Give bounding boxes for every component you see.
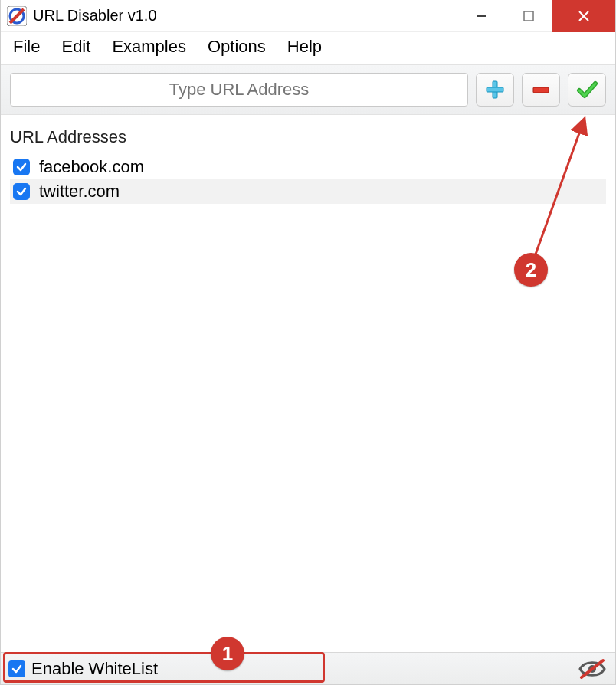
maximize-button[interactable]: [505, 0, 552, 32]
list-item[interactable]: facebook.com: [10, 155, 606, 179]
check-icon: [576, 79, 598, 100]
list-item[interactable]: twitter.com: [10, 179, 606, 204]
svg-rect-8: [487, 87, 503, 92]
url-checkbox[interactable]: [13, 183, 30, 200]
list-header: URL Addresses: [10, 127, 606, 147]
minimize-icon: [475, 10, 487, 22]
menu-options[interactable]: Options: [208, 37, 266, 57]
checkmark-icon: [16, 162, 27, 172]
window-title: URL Disabler v1.0: [33, 7, 157, 25]
minimize-button[interactable]: [457, 0, 505, 32]
statusbar: Enable WhiteList: [1, 652, 615, 684]
menu-file[interactable]: File: [13, 37, 40, 57]
url-label: twitter.com: [39, 182, 120, 202]
titlebar: URL Disabler v1.0: [1, 0, 615, 32]
toolbar: [1, 64, 615, 115]
app-icon: [7, 6, 27, 26]
eye-off-icon: [577, 657, 608, 680]
maximize-icon: [523, 11, 534, 21]
url-label: facebook.com: [39, 157, 144, 177]
whitelist-label: Enable WhiteList: [31, 659, 158, 679]
url-list: URL Addresses facebook.com twitter.com: [1, 115, 615, 204]
plus-icon: [484, 79, 506, 100]
menu-edit[interactable]: Edit: [61, 37, 90, 57]
remove-button[interactable]: [522, 73, 560, 107]
annotation-callout-2: 2: [514, 253, 548, 287]
add-button[interactable]: [476, 73, 514, 107]
checkmark-icon: [16, 186, 27, 197]
visibility-toggle[interactable]: [577, 657, 608, 680]
whitelist-checkbox[interactable]: [8, 660, 25, 677]
minus-icon: [530, 79, 552, 100]
apply-button[interactable]: [568, 73, 606, 107]
menu-help[interactable]: Help: [287, 37, 322, 57]
close-button[interactable]: [552, 0, 615, 32]
svg-rect-4: [524, 11, 533, 21]
svg-rect-9: [533, 87, 549, 93]
url-input[interactable]: [10, 73, 468, 107]
close-icon: [577, 9, 591, 23]
checkmark-icon: [11, 664, 22, 674]
menu-examples[interactable]: Examples: [112, 37, 186, 57]
url-checkbox[interactable]: [13, 159, 30, 175]
menubar: File Edit Examples Options Help: [1, 32, 615, 64]
